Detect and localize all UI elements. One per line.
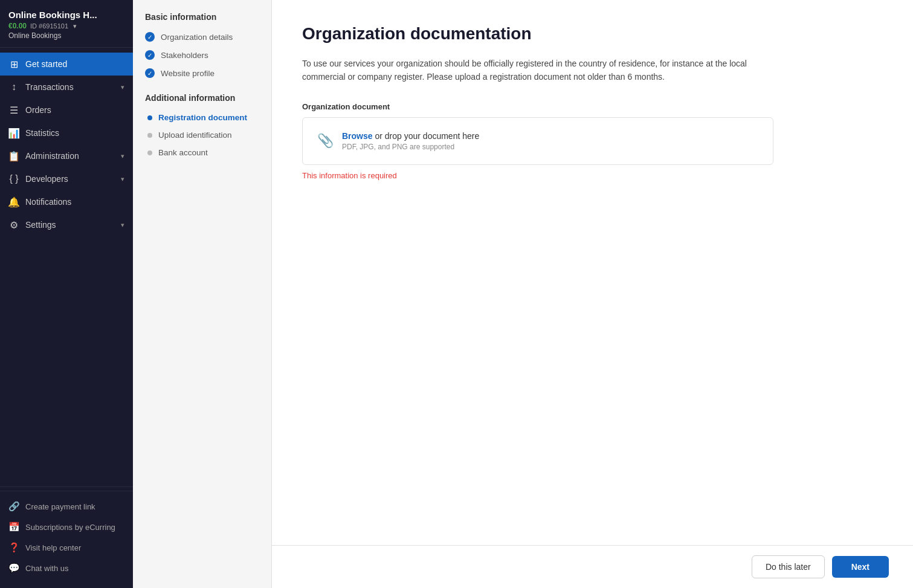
orders-icon: ☰ (8, 105, 19, 115)
developers-icon: { } (8, 173, 19, 184)
sidebar-nav: ⊞ Get started ↕ Transactions ▾ ☰ Orders … (0, 48, 133, 483)
step-upload-id[interactable]: Upload identification (133, 126, 271, 144)
sidebar-header: Online Bookings H... €0.00 ID #6915101 ▾… (0, 0, 133, 48)
content-panel: Organization documentation To use our se… (272, 0, 913, 588)
create-payment-icon: 🔗 (8, 501, 19, 512)
sidebar-footer: 🔗 Create payment link 📅 Subscriptions by… (0, 491, 133, 588)
sidebar-divider (0, 486, 133, 487)
sidebar-label-statistics: Statistics (25, 128, 124, 138)
notifications-icon: 🔔 (8, 196, 19, 207)
sidebar-item-statistics[interactable]: 📊 Statistics (0, 121, 133, 144)
content-footer: Do this later Next (272, 545, 913, 588)
step-label-org-details: Organization details (161, 33, 233, 42)
org-chevron-icon[interactable]: ▾ (73, 22, 77, 30)
sidebar: Online Bookings H... €0.00 ID #6915101 ▾… (0, 0, 133, 588)
step-label-upload-id: Upload identification (158, 131, 232, 140)
main-area: Basic information ✓ Organization details… (133, 0, 913, 588)
chat-icon: 💬 (8, 563, 19, 573)
dot-icon (147, 150, 152, 155)
org-name: Online Bookings H... (8, 10, 124, 20)
upload-box[interactable]: 📎 Browse or drop your document here PDF,… (302, 117, 773, 165)
chevron-icon: ▾ (121, 152, 124, 160)
sidebar-label-developers: Developers (25, 174, 115, 184)
upload-content: Browse or drop your document here PDF, J… (342, 131, 479, 151)
steps-panel: Basic information ✓ Organization details… (133, 0, 272, 588)
additional-section-title: Additional information (133, 93, 271, 109)
content-scroll: Organization documentation To use our se… (272, 0, 913, 545)
statistics-icon: 📊 (8, 128, 19, 138)
field-label: Organization document (302, 102, 883, 111)
sidebar-item-transactions[interactable]: ↕ Transactions ▾ (0, 76, 133, 99)
footer-label-create-payment: Create payment link (25, 502, 95, 511)
footer-item-subscriptions[interactable]: 📅 Subscriptions by eCurring (0, 517, 133, 537)
next-button[interactable]: Next (832, 556, 889, 578)
settings-icon: ⚙ (8, 219, 19, 230)
sidebar-label-get-started: Get started (25, 59, 124, 69)
step-label-website-profile: Website profile (161, 69, 215, 78)
upload-main-text: or drop your document here (373, 131, 480, 141)
transactions-icon: ↕ (8, 82, 19, 92)
subscriptions-icon: 📅 (8, 522, 19, 532)
org-id: ID #6915101 (30, 22, 68, 30)
sidebar-label-settings: Settings (25, 220, 115, 230)
step-website-profile[interactable]: ✓ Website profile (133, 64, 271, 82)
sidebar-label-orders: Orders (25, 105, 124, 115)
sidebar-label-transactions: Transactions (25, 82, 115, 92)
step-label-bank-account: Bank account (158, 148, 208, 157)
paperclip-icon: 📎 (317, 133, 334, 149)
sidebar-item-developers[interactable]: { } Developers ▾ (0, 167, 133, 190)
sidebar-item-orders[interactable]: ☰ Orders (0, 99, 133, 121)
balance: €0.00 (8, 22, 27, 30)
upload-hint: PDF, JPG, and PNG are supported (342, 143, 479, 151)
get-started-icon: ⊞ (8, 59, 19, 69)
validation-error: This information is required (302, 171, 883, 180)
sidebar-label-administration: Administration (25, 151, 115, 161)
dot-icon (147, 133, 152, 138)
upload-text: Browse or drop your document here (342, 131, 479, 141)
check-icon: ✓ (145, 50, 155, 60)
footer-item-chat[interactable]: 💬 Chat with us (0, 558, 133, 578)
footer-item-create-payment[interactable]: 🔗 Create payment link (0, 496, 133, 517)
browse-link[interactable]: Browse (342, 131, 373, 141)
check-icon: ✓ (145, 32, 155, 42)
dot-icon (147, 115, 152, 120)
sub-name: Online Bookings (8, 31, 124, 40)
sidebar-item-notifications[interactable]: 🔔 Notifications (0, 190, 133, 213)
step-bank-account[interactable]: Bank account (133, 144, 271, 161)
footer-label-chat: Chat with us (25, 564, 69, 573)
footer-label-help: Visit help center (25, 543, 81, 552)
chevron-icon: ▾ (121, 221, 124, 229)
sidebar-label-notifications: Notifications (25, 197, 124, 207)
step-registration-doc[interactable]: Registration document (133, 109, 271, 126)
do-later-button[interactable]: Do this later (752, 555, 825, 578)
basic-section-title: Basic information (133, 12, 271, 28)
chevron-icon: ▾ (121, 83, 124, 91)
sidebar-item-get-started[interactable]: ⊞ Get started (0, 53, 133, 76)
help-icon: ❓ (8, 542, 19, 553)
check-icon: ✓ (145, 68, 155, 78)
page-description: To use our services your organization sh… (302, 57, 773, 84)
step-stakeholders[interactable]: ✓ Stakeholders (133, 46, 271, 64)
footer-label-subscriptions: Subscriptions by eCurring (25, 523, 115, 532)
sidebar-item-settings[interactable]: ⚙ Settings ▾ (0, 213, 133, 236)
step-org-details[interactable]: ✓ Organization details (133, 28, 271, 46)
page-title: Organization documentation (302, 24, 883, 44)
chevron-icon: ▾ (121, 175, 124, 183)
administration-icon: 📋 (8, 150, 19, 161)
footer-item-help[interactable]: ❓ Visit help center (0, 537, 133, 558)
step-label-registration-doc: Registration document (158, 113, 247, 122)
sidebar-item-administration[interactable]: 📋 Administration ▾ (0, 144, 133, 167)
step-label-stakeholders: Stakeholders (161, 51, 208, 60)
org-meta: €0.00 ID #6915101 ▾ (8, 22, 124, 30)
